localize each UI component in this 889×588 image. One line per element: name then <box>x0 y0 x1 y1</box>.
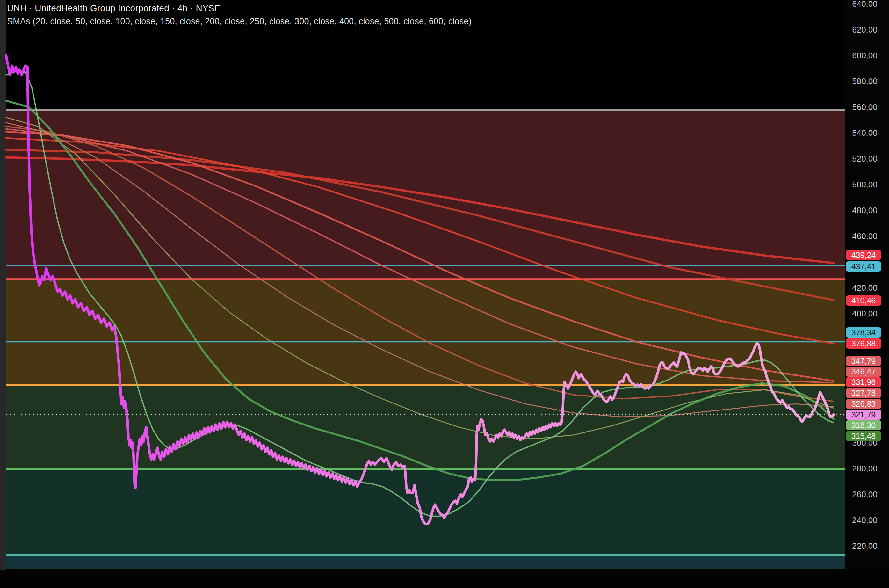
chart-container: MaiJunJulAugSepOktNov UNH · UnitedHealth… <box>0 0 889 588</box>
indicator-title[interactable]: SMAs (20, close, 50, close, 100, close, … <box>7 16 472 27</box>
level-value-label: 347,79 <box>846 356 881 366</box>
legend: UNH · UnitedHealth Group Incorporated · … <box>7 3 472 27</box>
price-tick-label: 240,00 <box>849 515 881 525</box>
level-value-label: 437,41 <box>846 261 881 272</box>
level-value-label: 326,83 <box>846 399 881 409</box>
level-value-label: 346,47 <box>846 366 881 377</box>
price-zone-band <box>6 555 845 569</box>
price-tick-label: 520,00 <box>849 154 881 164</box>
price-tick-label: 460,00 <box>849 231 881 241</box>
price-tick-label: 280,00 <box>849 464 881 474</box>
price-zone-band <box>6 279 845 385</box>
level-value-label: 410,46 <box>846 296 881 306</box>
price-tick-label: 540,00 <box>849 128 881 138</box>
time-axis[interactable]: MaiJunJulAugSepOktNov <box>0 570 889 588</box>
level-value-label: 439,24 <box>846 250 881 260</box>
price-zone-band <box>6 469 845 555</box>
price-tick-label: 620,00 <box>849 25 881 35</box>
level-value-label: 376,88 <box>846 339 881 349</box>
price-tick-label: 480,00 <box>849 206 881 216</box>
symbol-title[interactable]: UNH · UnitedHealth Group Incorporated · … <box>7 3 472 14</box>
price-zone-band <box>6 385 845 469</box>
price-tick-label: 600,00 <box>849 51 881 60</box>
price-tick-label: 220,00 <box>849 541 881 551</box>
current-price-label: 321,79 <box>846 410 881 420</box>
level-value-label: 378,34 <box>846 327 881 338</box>
price-tick-label: 400,00 <box>849 309 881 319</box>
level-value-label: 327,78 <box>846 388 881 398</box>
price-tick-label: 260,00 <box>849 489 881 500</box>
price-tick-label: 560,00 <box>849 102 881 112</box>
price-tick-label: 420,00 <box>849 283 881 293</box>
level-value-label: 331,96 <box>846 377 881 387</box>
price-tick-label: 580,00 <box>849 76 881 86</box>
price-tick-label: 640,00 <box>849 0 881 9</box>
chart-plot[interactable] <box>0 0 889 588</box>
level-value-label: 315,48 <box>846 431 881 441</box>
level-value-label: 318,30 <box>846 420 881 430</box>
price-tick-label: 500,00 <box>849 180 881 190</box>
